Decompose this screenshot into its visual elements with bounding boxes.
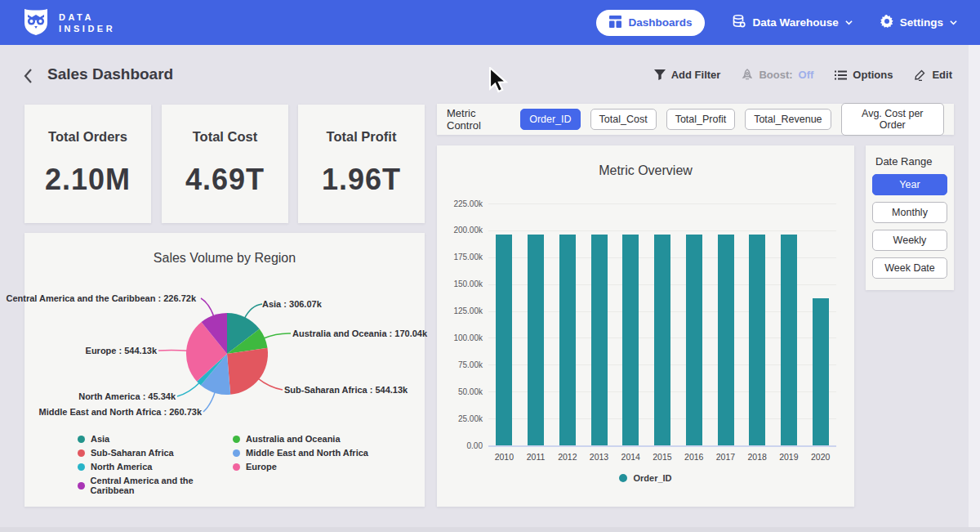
bar-2015[interactable]	[654, 235, 670, 445]
page-title: Sales Dashboard	[47, 65, 173, 83]
kpi-label: Total Profit	[327, 129, 397, 145]
legend-label: Europe	[246, 462, 277, 472]
boost-label: Boost:	[759, 69, 792, 81]
x-tick-label: 2013	[583, 452, 615, 462]
bar-2020[interactable]	[813, 298, 829, 446]
y-tick-label: 0.00	[437, 441, 483, 450]
back-chevron-icon	[23, 68, 33, 84]
y-tick-label: 225.00k	[437, 199, 483, 208]
nav-settings-button[interactable]: Settings	[880, 15, 957, 30]
bar-2012[interactable]	[559, 235, 576, 446]
x-tick-label: 2017	[710, 452, 742, 462]
chevron-down-icon	[845, 19, 853, 26]
kpi-card-total-orders: Total Orders 2.10M	[24, 105, 151, 223]
legend-item: Middle East and North Africa	[233, 448, 388, 458]
top-navbar: DATA INSIDER Dashboards	[0, 0, 980, 45]
bar-2014[interactable]	[622, 235, 639, 445]
grid-line	[488, 445, 836, 447]
nav-settings-label: Settings	[900, 16, 943, 29]
legend-item: Asia	[78, 434, 233, 444]
legend-label: Australia and Oceania	[246, 434, 341, 444]
date-range-weekly[interactable]: Weekly	[872, 230, 947, 251]
nav-data-warehouse-label: Data Warehouse	[752, 16, 838, 29]
legend-label: North America	[91, 462, 152, 472]
pie-callout-north-america: North America : 45.34k	[78, 391, 176, 401]
legend-item: North America	[78, 462, 233, 472]
edit-button[interactable]: Edit	[914, 69, 952, 81]
metric-option-avg-cost[interactable]: Avg. Cost per Order	[841, 103, 944, 136]
boost-state: Off	[799, 69, 814, 81]
chevron-down-icon	[950, 19, 957, 26]
kpi-label: Total Orders	[48, 129, 127, 145]
sales-volume-by-region-panel: Sales Volume by Region Asia : 306.07k Au…	[24, 233, 425, 507]
bar-2017[interactable]	[718, 235, 734, 445]
pie-leader-line	[258, 378, 283, 390]
kpi-card-total-profit: Total Profit 1.96T	[298, 105, 425, 223]
bar-2018[interactable]	[749, 235, 765, 445]
legend-dot-order-id-icon	[619, 474, 627, 482]
kpi-card-total-cost: Total Cost 4.69T	[162, 105, 288, 223]
date-range-monthly[interactable]: Monthly	[872, 202, 947, 223]
metric-option-order-id[interactable]: Order_ID	[520, 109, 580, 130]
bar-chart-legend: Order_ID	[437, 473, 854, 483]
legend-dot-icon	[78, 482, 85, 490]
pie-callout-sub-saharan-africa: Sub-Saharan Africa : 544.13k	[284, 385, 408, 395]
x-tick-label: 2012	[552, 452, 584, 462]
bar-chart-plot: 0.0025.00k50.00k75.00k100.00k125.00k150.…	[437, 145, 854, 507]
x-tick-label: 2016	[678, 452, 710, 462]
kpi-value: 1.96T	[322, 163, 401, 197]
legend-dot-icon	[78, 436, 85, 443]
nav-actions: Dashboards Data Warehouse	[596, 10, 957, 36]
data-warehouse-icon	[733, 15, 746, 30]
pie-leader-line	[201, 298, 214, 317]
header-actions: Add Filter Boost: Off Options Edit	[654, 69, 952, 81]
x-tick-label: 2015	[647, 452, 679, 462]
pie-callout-europe: Europe : 544.13k	[86, 346, 157, 355]
bar-2011[interactable]	[528, 235, 544, 445]
boost-toggle[interactable]: Boost: Off	[742, 69, 813, 81]
grid-line	[488, 203, 836, 204]
bar-2010[interactable]	[496, 235, 512, 445]
metric-option-total-profit[interactable]: Total_Profit	[666, 109, 736, 130]
add-filter-label: Add Filter	[671, 69, 721, 81]
back-button[interactable]	[23, 68, 33, 87]
legend-item: Sub-Saharan Africa	[78, 448, 233, 458]
bar-2016[interactable]	[686, 235, 702, 445]
legend-item: Central America and the Caribbean	[78, 476, 233, 495]
pie-slice-2[interactable]	[227, 348, 268, 395]
edit-label: Edit	[932, 69, 952, 81]
x-tick-label: 2011	[520, 452, 552, 462]
edit-pencil-icon	[914, 69, 926, 81]
legend-dot-icon	[233, 436, 240, 443]
x-tick-label: 2019	[773, 452, 805, 462]
dashboards-icon	[609, 16, 621, 30]
brand-name: DATA INSIDER	[59, 11, 115, 34]
brand[interactable]: DATA INSIDER	[23, 7, 115, 39]
options-button[interactable]: Options	[835, 69, 893, 81]
options-label: Options	[853, 69, 893, 81]
bar-2013[interactable]	[591, 235, 608, 445]
metric-option-total-cost[interactable]: Total_Cost	[590, 109, 657, 130]
nav-dashboards-label: Dashboards	[628, 16, 692, 29]
legend-dot-icon	[78, 463, 85, 471]
legend-label: Central America and the Caribbean	[91, 476, 233, 495]
y-tick-label: 100.00k	[437, 333, 483, 342]
y-tick-label: 125.00k	[437, 306, 483, 315]
add-filter-button[interactable]: Add Filter	[654, 69, 721, 81]
bar-2019[interactable]	[781, 235, 797, 445]
x-tick-label: 2018	[742, 452, 773, 462]
date-range-year[interactable]: Year	[872, 174, 947, 195]
nav-dashboards-button[interactable]: Dashboards	[596, 10, 705, 36]
metric-option-total-revenue[interactable]: Total_Revenue	[745, 109, 831, 130]
legend-item: Australia and Oceania	[233, 434, 388, 444]
legend-dot-icon	[233, 463, 240, 471]
metric-control-label: Metric Control	[447, 107, 509, 132]
y-tick-label: 175.00k	[437, 253, 483, 262]
y-tick-label: 75.00k	[437, 360, 483, 369]
x-tick-label: 2014	[615, 452, 647, 462]
date-range-week-date[interactable]: Week Date	[872, 257, 947, 279]
nav-data-warehouse-button[interactable]: Data Warehouse	[733, 15, 852, 30]
kpi-value: 4.69T	[185, 163, 265, 197]
scrollbar-track[interactable]	[969, 45, 980, 532]
bottom-edge	[0, 527, 980, 532]
